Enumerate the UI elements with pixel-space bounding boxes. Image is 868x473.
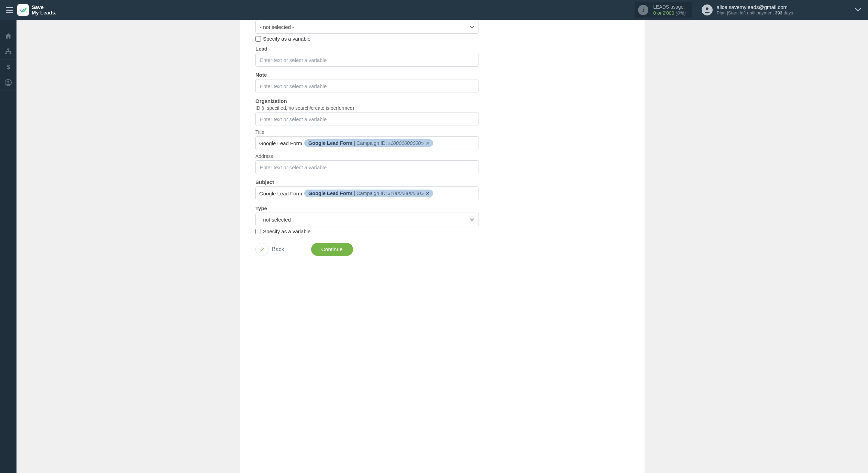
specify-variable-checkbox-2[interactable] (255, 229, 261, 234)
organization-id-sublabel: ID (if specified, no search/create is pe… (255, 105, 479, 111)
subject-label: Subject (255, 179, 479, 185)
org-address-label: Address (255, 153, 479, 159)
home-icon (4, 32, 12, 40)
lead-label: Lead (255, 46, 479, 52)
chevron-down-icon (470, 24, 474, 30)
account-plan: Plan |Start| left until payment 393 days (717, 10, 793, 16)
logo-icon (17, 4, 29, 16)
org-title-tag: Google Lead Form | Campaign ID: «1000000… (304, 139, 433, 147)
note-label: Note (255, 72, 479, 78)
org-title-label: Title (255, 129, 479, 135)
type-label: Type (255, 205, 479, 211)
user-icon (703, 6, 711, 14)
sitemap-icon (4, 48, 12, 55)
avatar-icon (702, 4, 713, 15)
info-icon: i (638, 5, 648, 15)
user-circle-icon (4, 79, 12, 86)
type-select-value: - not selected - (260, 217, 294, 223)
hamburger-icon (6, 7, 13, 13)
specify-variable-label-2: Specify as a variable (263, 228, 310, 234)
pipeline-select[interactable]: - not selected - (255, 20, 479, 34)
specify-variable-checkbox-1[interactable] (255, 36, 261, 42)
svg-rect-2 (5, 53, 7, 54)
dollar-icon: $ (4, 63, 12, 71)
action-row: Back Continue (255, 243, 479, 256)
usage-values: 0 of 2'000 (0%) (653, 10, 686, 16)
specify-variable-label-1: Specify as a variable (263, 36, 310, 42)
menu-toggle-button[interactable] (3, 3, 17, 17)
check-icon (19, 7, 27, 13)
app-logo[interactable]: Save My Leads. (17, 4, 57, 16)
svg-text:$: $ (7, 63, 10, 71)
usage-title: LEADS usage: (653, 4, 686, 10)
back-button-icon[interactable] (255, 243, 268, 256)
content-card: - not selected - Specify as a variable L… (240, 20, 645, 473)
back-button[interactable]: Back (272, 246, 284, 252)
account-email: alice.savemyleads@gmail.com (717, 4, 793, 11)
subject-tag-remove[interactable]: ✕ (426, 191, 430, 196)
sidebar-item-account[interactable] (0, 75, 17, 90)
account-block[interactable]: alice.savemyleads@gmail.com Plan |Start|… (702, 4, 793, 16)
note-input[interactable] (255, 79, 479, 93)
app-header: Save My Leads. i LEADS usage: 0 of 2'000… (0, 0, 868, 20)
pencil-icon (259, 247, 265, 252)
type-select[interactable]: - not selected - (255, 213, 479, 226)
chevron-down-icon (470, 217, 474, 223)
organization-id-input[interactable] (255, 112, 479, 126)
account-chevron[interactable] (793, 7, 861, 13)
svg-point-6 (7, 81, 9, 83)
subject-input[interactable]: Google Lead Form Google Lead Form | Camp… (255, 186, 479, 200)
logo-text: Save My Leads. (32, 4, 57, 16)
org-address-input[interactable] (255, 160, 479, 174)
sidebar-item-connections[interactable] (0, 44, 17, 60)
subject-tag: Google Lead Form | Campaign ID: «1000000… (304, 190, 433, 197)
leads-usage-box[interactable]: i LEADS usage: 0 of 2'000 (0%) (635, 2, 692, 18)
main-area: - not selected - Specify as a variable L… (17, 20, 868, 473)
pipeline-select-value: - not selected - (260, 24, 294, 30)
chevron-down-icon (855, 8, 861, 12)
sidebar-item-home[interactable] (0, 29, 17, 44)
org-title-tag-remove[interactable]: ✕ (426, 140, 430, 146)
subject-prefix: Google Lead Form (259, 191, 302, 196)
lead-input[interactable] (255, 53, 479, 67)
svg-rect-1 (7, 49, 9, 50)
organization-label: Organization (255, 98, 479, 104)
org-title-input[interactable]: Google Lead Form Google Lead Form | Camp… (255, 136, 479, 150)
svg-point-0 (706, 7, 708, 10)
continue-button[interactable]: Continue (311, 243, 353, 256)
sidebar: $ (0, 20, 17, 473)
sidebar-item-billing[interactable]: $ (0, 60, 17, 75)
org-title-prefix: Google Lead Form (259, 140, 302, 146)
svg-rect-3 (10, 53, 11, 54)
